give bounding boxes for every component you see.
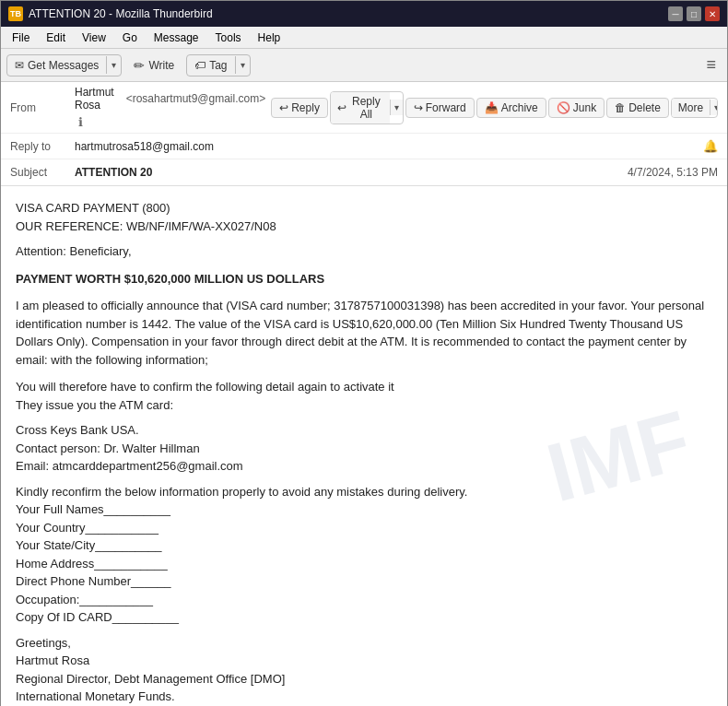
greeting-line: Greetings, — [16, 634, 712, 653]
close-icon: ✕ — [709, 9, 716, 19]
menu-view[interactable]: View — [75, 29, 113, 46]
junk-label: Junk — [573, 101, 596, 114]
app-icon: TB — [8, 6, 23, 21]
menu-help[interactable]: Help — [251, 29, 288, 46]
titlebar-controls: ─ □ ✕ — [668, 6, 720, 21]
menu-tools[interactable]: Tools — [208, 29, 249, 46]
address-line: Home Address___________ — [16, 555, 712, 573]
reconfirm-block: Kindly reconfirm the below information p… — [16, 483, 712, 627]
more-label: More — [678, 101, 703, 114]
line2: OUR REFERENCE: WB/NF/IMF/WA-XX027/N08 — [16, 218, 712, 236]
titlebar: TB ATTENTION 20 - Mozilla Thunderbird ─ … — [1, 1, 727, 27]
reply-icon: ↩ — [279, 101, 288, 114]
write-button[interactable]: ✏ Write — [125, 53, 182, 77]
menu-edit[interactable]: Edit — [39, 29, 73, 46]
payment-amount: PAYMENT WORTH $10,620,000 MILLION US DOL… — [16, 270, 712, 288]
reply-all-dropdown[interactable]: ↩ Reply All ▾ — [330, 91, 404, 124]
email-content: VISA CARD PAYMENT (800) OUR REFERENCE: W… — [16, 199, 712, 706]
attention-line: Attention: Beneficiary, — [16, 242, 712, 261]
sender-name-sig: Hartmut Rosa — [16, 652, 712, 670]
main-window: TB ATTENTION 20 - Mozilla Thunderbird ─ … — [0, 0, 728, 706]
reply-to-label: Reply to — [10, 140, 75, 153]
tag-button[interactable]: 🏷 Tag — [187, 55, 234, 76]
write-label: Write — [148, 59, 174, 72]
forward-label: Forward — [426, 101, 466, 114]
junk-button[interactable]: 🚫 Junk — [548, 98, 605, 118]
get-messages-arrow[interactable]: ▾ — [106, 56, 121, 74]
delete-button[interactable]: 🗑 Delete — [606, 98, 669, 118]
get-messages-label: Get Messages — [28, 59, 99, 72]
email-header: From Hartmut Rosa <rosahartmut9@gmail.co… — [1, 82, 727, 186]
from-label: From — [10, 101, 75, 114]
email-body: IMF VISA CARD PAYMENT (800) OUR REFERENC… — [1, 186, 727, 706]
line1: VISA CARD PAYMENT (800) — [16, 199, 712, 218]
delete-icon: 🗑 — [615, 101, 626, 114]
org-line: International Monetary Funds. — [16, 688, 712, 706]
junk-icon: 🚫 — [557, 101, 570, 114]
tag-arrow[interactable]: ▾ — [235, 56, 250, 74]
minimize-button[interactable]: ─ — [668, 6, 683, 21]
reply-all-arrow[interactable]: ▾ — [390, 100, 403, 115]
toolbar: ✉ Get Messages ▾ ✏ Write 🏷 Tag ▾ ≡ — [1, 49, 727, 82]
action-buttons: ↩ Reply ↩ Reply All ▾ ↪ Forward — [271, 91, 718, 124]
fullname-line: Your Full Names__________ — [16, 500, 712, 519]
tag-label: Tag — [209, 59, 227, 72]
contact-person: Contact person: Dr. Walter Hillman — [16, 440, 712, 458]
get-messages-dropdown[interactable]: ✉ Get Messages ▾ — [6, 54, 122, 76]
archive-button[interactable]: 📥 Archive — [476, 98, 546, 118]
reply-button[interactable]: ↩ Reply — [271, 98, 328, 118]
greeting-block: Greetings, Hartmut Rosa Regional Directo… — [16, 634, 712, 706]
forward-icon: ↪ — [414, 101, 423, 114]
tag-dropdown[interactable]: 🏷 Tag ▾ — [186, 54, 250, 76]
from-row: From Hartmut Rosa <rosahartmut9@gmail.co… — [1, 82, 727, 134]
delete-label: Delete — [628, 101, 661, 114]
pencil-icon: ✏ — [134, 58, 145, 73]
phone-line: Direct Phone Number______ — [16, 572, 712, 591]
sender-name: Hartmut Rosa — [75, 86, 123, 112]
menu-message[interactable]: Message — [147, 29, 206, 46]
envelope-icon: ✉ — [15, 59, 24, 72]
archive-icon: 📥 — [485, 101, 499, 114]
more-arrow-button[interactable]: ▾ — [710, 100, 718, 115]
country-line: Your Country___________ — [16, 519, 712, 537]
titlebar-left: TB ATTENTION 20 - Mozilla Thunderbird — [8, 6, 213, 21]
sender-email: <rosahartmut9@gmail.com> — [126, 92, 266, 105]
maximize-button[interactable]: □ — [687, 6, 701, 21]
dropdown-arrow-icon: ▾ — [112, 60, 116, 70]
more-dropdown-icon: ▾ — [714, 102, 718, 112]
title-line: Regional Director, Debt Management Offic… — [16, 670, 712, 688]
menu-file[interactable]: File — [5, 29, 37, 46]
confirm-line2: They issue you the ATM card: — [16, 396, 712, 415]
confirm-line1: You will therefore have to confirm the f… — [16, 378, 712, 396]
id-line: Copy Of ID CARD__________ — [16, 608, 712, 627]
sender-info-icon[interactable]: ℹ — [78, 115, 83, 129]
contact-email: Email: atmcarddepartment256@gmail.com — [16, 457, 712, 476]
reply-all-button[interactable]: ↩ Reply All — [331, 92, 390, 124]
get-messages-button[interactable]: ✉ Get Messages — [7, 55, 106, 76]
subject-value: ATTENTION 20 — [75, 166, 628, 179]
minimize-icon: ─ — [672, 9, 678, 19]
tag-icon: 🏷 — [194, 59, 205, 72]
main-para: I am pleased to officially announce that… — [16, 297, 712, 369]
hamburger-menu[interactable]: ≡ — [700, 53, 722, 76]
bank-block: Cross Keys Bank USA. Contact person: Dr.… — [16, 421, 712, 476]
confirm-block: You will therefore have to confirm the f… — [16, 378, 712, 414]
reply-label: Reply — [291, 101, 320, 114]
window-title: ATTENTION 20 - Mozilla Thunderbird — [29, 7, 213, 20]
from-value-area: Hartmut Rosa <rosahartmut9@gmail.com> ℹ — [75, 86, 265, 129]
email-date: 4/7/2024, 5:13 PM — [628, 166, 718, 179]
more-dropdown[interactable]: More ▾ — [671, 98, 718, 118]
reconfirm-line: Kindly reconfirm the below information p… — [16, 483, 712, 501]
reply-to-value: hartmutrosa518@gmail.com — [75, 140, 698, 153]
forward-button[interactable]: ↪ Forward — [405, 98, 475, 118]
occupation-line: Occupation:___________ — [16, 591, 712, 609]
bank-name: Cross Keys Bank USA. — [16, 421, 712, 440]
menubar: File Edit View Go Message Tools Help — [1, 27, 727, 49]
menu-go[interactable]: Go — [115, 29, 145, 46]
close-button[interactable]: ✕ — [705, 6, 720, 21]
email-intro: VISA CARD PAYMENT (800) OUR REFERENCE: W… — [16, 199, 712, 235]
state-line: Your State/City__________ — [16, 536, 712, 555]
more-button[interactable]: More — [672, 99, 710, 117]
reply-to-notify-icon[interactable]: 🔔 — [703, 139, 718, 153]
subject-row: Subject ATTENTION 20 4/7/2024, 5:13 PM — [1, 159, 727, 185]
